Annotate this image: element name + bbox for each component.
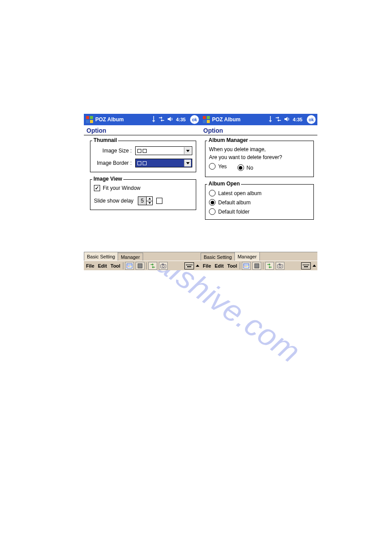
image-size-label: Image Size : bbox=[94, 148, 135, 154]
clock-time[interactable]: 4:35 bbox=[293, 117, 302, 122]
svg-marker-6 bbox=[168, 117, 171, 121]
album-open-legend: Album Open bbox=[207, 181, 241, 187]
svg-rect-22 bbox=[187, 266, 191, 267]
slide-delay-input[interactable] bbox=[138, 196, 147, 205]
default-album-radio[interactable] bbox=[209, 199, 216, 206]
latest-open-album-label: Latest open album bbox=[218, 190, 262, 196]
svg-point-9 bbox=[128, 266, 129, 267]
delete-yes-radio[interactable] bbox=[209, 163, 216, 170]
svg-point-33 bbox=[246, 266, 247, 267]
tab-manager[interactable]: Manager bbox=[118, 253, 143, 261]
menu-divider bbox=[123, 262, 123, 269]
delete-prompt-line1: When you delete image, bbox=[209, 146, 312, 152]
svg-point-37 bbox=[279, 265, 281, 267]
title-bar: POZ Album 4:35 ok bbox=[201, 114, 317, 125]
screen-basic-setting: POZ Album 4:35 ok Option Thumnail bbox=[84, 114, 201, 270]
svg-rect-16 bbox=[185, 264, 193, 268]
svg-rect-21 bbox=[191, 265, 192, 265]
fit-window-checkbox[interactable] bbox=[94, 185, 100, 191]
transfer-icon[interactable] bbox=[265, 262, 274, 270]
screen-manager: POZ Album 4:35 ok Option Album Manager bbox=[201, 114, 317, 270]
menu-file[interactable]: File bbox=[202, 263, 212, 268]
transfer-icon[interactable] bbox=[148, 262, 157, 270]
slide-delay-checkbox[interactable] bbox=[156, 198, 162, 204]
chevron-down-icon bbox=[184, 160, 191, 167]
svg-rect-20 bbox=[190, 265, 191, 265]
image-size-glyph-icon bbox=[137, 149, 147, 153]
delete-yes-label: Yes bbox=[218, 163, 227, 170]
chevron-up-icon[interactable] bbox=[313, 265, 316, 267]
speaker-icon[interactable] bbox=[167, 116, 173, 123]
album-manager-legend: Album Manager bbox=[207, 137, 249, 143]
svg-rect-42 bbox=[306, 265, 306, 265]
album-manager-group: Album Manager When you delete image, Are… bbox=[205, 141, 314, 177]
menu-edit[interactable]: Edit bbox=[97, 263, 108, 268]
svg-point-11 bbox=[130, 266, 131, 267]
svg-rect-0 bbox=[86, 116, 89, 119]
latest-open-album-radio[interactable] bbox=[209, 190, 216, 196]
slide-delay-spinner[interactable] bbox=[138, 196, 154, 205]
fit-window-label: Fit your Window bbox=[103, 185, 140, 191]
menu-tool[interactable]: Tool bbox=[110, 263, 121, 268]
spinner-up-button[interactable] bbox=[147, 196, 153, 201]
menu-tool[interactable]: Tool bbox=[227, 263, 238, 268]
image-size-dropdown[interactable] bbox=[135, 146, 192, 155]
svg-rect-1 bbox=[90, 116, 93, 119]
system-tray: 4:35 ok bbox=[151, 115, 199, 124]
clock-time[interactable]: 4:35 bbox=[176, 117, 186, 122]
image-view-group: Image View Fit your Window Slide show de… bbox=[90, 179, 196, 210]
antenna-icon[interactable] bbox=[268, 116, 273, 123]
tab-basic-setting[interactable]: Basic Setting bbox=[201, 253, 235, 261]
keyboard-icon[interactable] bbox=[301, 262, 311, 269]
ok-button[interactable]: ok bbox=[307, 115, 316, 124]
delete-no-label: No bbox=[247, 165, 253, 171]
spinner-down-button[interactable] bbox=[147, 201, 153, 206]
square-icon[interactable] bbox=[252, 262, 261, 270]
delete-no-radio[interactable] bbox=[237, 164, 244, 171]
windows-flag-icon bbox=[86, 116, 94, 123]
speaker-icon[interactable] bbox=[284, 116, 290, 123]
svg-rect-41 bbox=[304, 265, 305, 265]
calendar-icon[interactable] bbox=[125, 262, 134, 270]
svg-rect-15 bbox=[162, 264, 164, 265]
menu-file[interactable]: File bbox=[85, 263, 95, 268]
windows-flag-icon bbox=[202, 116, 210, 123]
svg-rect-40 bbox=[303, 265, 304, 265]
svg-rect-26 bbox=[207, 120, 210, 123]
calendar-icon[interactable] bbox=[242, 262, 251, 270]
svg-rect-12 bbox=[138, 264, 142, 268]
chevron-up-icon[interactable] bbox=[196, 265, 199, 267]
svg-rect-19 bbox=[189, 265, 190, 265]
default-folder-label: Default folder bbox=[218, 209, 249, 215]
svg-rect-44 bbox=[308, 265, 309, 265]
antenna-icon[interactable] bbox=[151, 116, 156, 123]
system-tray: 4:35 ok bbox=[268, 115, 316, 124]
image-border-dropdown[interactable] bbox=[135, 159, 192, 167]
tab-manager[interactable]: Manager bbox=[234, 252, 259, 261]
menu-edit[interactable]: Edit bbox=[214, 263, 225, 268]
connectivity-icon[interactable] bbox=[275, 116, 281, 123]
svg-rect-39 bbox=[302, 264, 310, 268]
svg-rect-24 bbox=[207, 116, 210, 119]
slide-delay-label: Slide show delay bbox=[94, 198, 133, 204]
square-icon[interactable] bbox=[136, 262, 144, 270]
svg-rect-25 bbox=[203, 120, 206, 123]
camera-icon[interactable] bbox=[276, 262, 284, 270]
menu-divider bbox=[146, 262, 147, 269]
svg-rect-2 bbox=[86, 120, 89, 123]
menu-bar: File Edit Tool bbox=[201, 261, 317, 270]
svg-point-32 bbox=[245, 266, 245, 267]
keyboard-icon[interactable] bbox=[184, 262, 194, 269]
image-border-label: Image Border : bbox=[94, 160, 135, 166]
default-folder-radio[interactable] bbox=[209, 208, 216, 215]
ok-button[interactable]: ok bbox=[190, 115, 199, 124]
content-area: Album Manager When you delete image, Are… bbox=[201, 141, 317, 252]
svg-rect-38 bbox=[279, 264, 281, 265]
svg-point-14 bbox=[162, 265, 165, 267]
menu-bar: File Edit Tool bbox=[84, 261, 201, 270]
camera-icon[interactable] bbox=[159, 262, 168, 270]
image-border-glyph-icon bbox=[137, 161, 147, 165]
connectivity-icon[interactable] bbox=[158, 116, 165, 123]
tab-basic-setting[interactable]: Basic Setting bbox=[84, 252, 118, 261]
svg-point-34 bbox=[247, 266, 248, 267]
